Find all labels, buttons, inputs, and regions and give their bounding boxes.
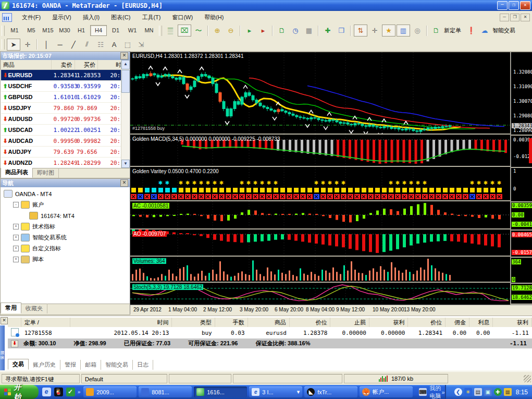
- navigator-header[interactable]: 导航 ✕: [1, 179, 130, 187]
- close-button[interactable]: ✕: [520, 1, 530, 10]
- terminal-column-4[interactable]: 手数: [215, 318, 248, 327]
- shield-icon[interactable]: ✓: [66, 388, 75, 396]
- candlestick-chart-icon[interactable]: ⌧: [178, 25, 191, 37]
- fibonacci-icon[interactable]: ☷: [94, 39, 107, 50]
- auto-scroll-icon[interactable]: ▸: [243, 25, 256, 36]
- strategy-tester-icon[interactable]: ◎: [411, 25, 424, 36]
- chart-shift-icon[interactable]: ▸: [257, 25, 269, 36]
- bar-chart-icon[interactable]: 𝄛: [164, 25, 177, 36]
- new-chart-icon[interactable]: 🗋: [276, 25, 288, 36]
- arrows-dropdown-icon[interactable]: ⇲: [135, 39, 147, 50]
- price-scale[interactable]: 1.320801.310901.300701.290801.280901.283…: [511, 52, 532, 304]
- tile-windows-icon[interactable]: ❒: [335, 25, 348, 36]
- terminal-tab-智能交易[interactable]: 智能交易: [101, 360, 133, 370]
- terminal-column-6[interactable]: 价位: [290, 318, 330, 327]
- symbol-row-AUDJPY[interactable]: ⬇AUDJPY79.63979.65620:15: [1, 147, 130, 158]
- menu-item-3[interactable]: 图表(C): [105, 12, 136, 23]
- tray-grid-icon[interactable]: ▦: [504, 388, 512, 396]
- crosshair-icon[interactable]: ✛: [21, 39, 34, 50]
- timeframe-d1-button[interactable]: D1: [108, 26, 123, 35]
- timeframe-mn-button[interactable]: MN: [141, 26, 157, 35]
- nav-item-6[interactable]: +脚本: [1, 254, 130, 265]
- minimize-button[interactable]: ─: [497, 1, 508, 10]
- navigator-tab-收藏夹[interactable]: 收藏夹: [21, 304, 47, 313]
- new-order-icon[interactable]: 🗋: [430, 25, 442, 36]
- terminal-column-0[interactable]: [8, 318, 21, 327]
- tray-chevron-icon[interactable]: ❮: [454, 388, 462, 396]
- terminal-tab-邮箱[interactable]: 邮箱: [81, 360, 101, 370]
- side-ad-strip[interactable]: 腰缘: [0, 325, 5, 370]
- terminal-close-icon[interactable]: ✕: [1, 317, 8, 324]
- menu-item-4[interactable]: 工具(T): [136, 12, 166, 23]
- nav-item-1[interactable]: -账户: [1, 199, 130, 210]
- menu-item-2[interactable]: 插入(I): [77, 12, 105, 23]
- ao-indicator-panel[interactable]: [130, 229, 510, 256]
- timeframe-h1-button[interactable]: H1: [73, 26, 89, 35]
- new-order-label[interactable]: 新定单: [444, 27, 461, 34]
- zoom-in-icon[interactable]: ⊕: [211, 25, 224, 36]
- text-icon[interactable]: A: [108, 39, 120, 50]
- nav-item-0[interactable]: OANDA - MT4: [1, 188, 130, 199]
- scroll-up-icon[interactable]: ▲: [121, 60, 130, 69]
- terminal-tab-日志[interactable]: 日志: [133, 360, 153, 370]
- timeframe-m1-button[interactable]: M1: [7, 26, 22, 35]
- expand-icon[interactable]: +: [13, 224, 19, 229]
- channel-icon[interactable]: ⫽: [81, 39, 93, 50]
- trendline-icon[interactable]: ╱: [67, 39, 80, 50]
- scroll-down-icon[interactable]: ▼: [121, 160, 130, 168]
- menu-item-5[interactable]: 窗口(W): [166, 12, 199, 23]
- menu-item-0[interactable]: 文件(F): [16, 12, 46, 23]
- expert-advisor-icon[interactable]: ☁: [478, 25, 491, 36]
- terminal-column-3[interactable]: 类型: [172, 318, 215, 327]
- task-button-0[interactable]: 2009...: [83, 386, 137, 397]
- symbol-row-USDJPY[interactable]: ⬇USDJPY79.86079.86920:15: [1, 103, 130, 114]
- column-header-2[interactable]: 买价: [75, 60, 98, 70]
- main-price-chart[interactable]: [130, 52, 510, 134]
- timeframe-h4-button[interactable]: H4: [90, 25, 107, 36]
- qq-icon[interactable]: 🐧: [54, 388, 63, 396]
- data-window-toggle-icon[interactable]: ✛: [368, 25, 381, 36]
- order-row[interactable]: 127815582012.05.14 20:13buy0.03eurusd1.2…: [8, 328, 532, 338]
- symbol-row-USDCAD[interactable]: ⬆USDCAD1.002221.0025120:15: [1, 125, 130, 136]
- cursor-icon[interactable]: ➤: [7, 39, 20, 51]
- tray-keyboard-icon[interactable]: ▤: [474, 388, 482, 396]
- vertical-line-icon[interactable]: │: [40, 39, 53, 50]
- terminal-column-2[interactable]: 时间: [70, 318, 172, 327]
- task-button-3[interactable]: e3 I...▾: [249, 386, 302, 397]
- resize-grip[interactable]: [524, 375, 531, 382]
- menu-item-1[interactable]: 显示(V): [46, 12, 77, 23]
- periods-icon[interactable]: ◷: [289, 25, 302, 36]
- terminal-column-9[interactable]: 价位: [408, 318, 446, 327]
- symbol-row-GBPUSD[interactable]: ⬆GBPUSD1.610101.6102920:13: [1, 92, 130, 103]
- terminal-column-12[interactable]: 获利: [493, 318, 532, 327]
- column-header-0[interactable]: 商品: [1, 60, 52, 70]
- symbol-row-EURUSD[interactable]: ⬇EURUSD1.283411.2835320:15: [1, 70, 130, 81]
- volumes-indicator-panel[interactable]: [130, 257, 510, 282]
- child-restore-button[interactable]: ❐: [510, 14, 519, 21]
- child-close-button[interactable]: ✕: [521, 14, 530, 21]
- expand-icon[interactable]: +: [13, 257, 19, 262]
- task-button-2[interactable]: 1616...: [194, 386, 247, 397]
- expand-icon[interactable]: +: [13, 246, 19, 251]
- task-button-1[interactable]: 8081...: [139, 386, 192, 397]
- market-watch-scrollbar[interactable]: ▲ ▼: [121, 60, 130, 168]
- market-watch-header[interactable]: 市场报价: 20:15:07 ✕: [1, 52, 130, 60]
- navigator-toggle-icon[interactable]: ★: [382, 25, 395, 37]
- important-warning-icon[interactable]: ❗: [465, 25, 477, 36]
- timeframe-m15-button[interactable]: M15: [40, 26, 56, 35]
- restore-button[interactable]: ❐: [509, 1, 519, 10]
- status-profile[interactable]: Default: [81, 374, 167, 383]
- quick-launch-overflow-icon[interactable]: »: [78, 389, 81, 395]
- scroll-thumb[interactable]: [121, 70, 130, 93]
- my-computer-toolbar[interactable]: ⌨我的电脑 »: [419, 384, 444, 399]
- timeframe-w1-button[interactable]: W1: [125, 26, 140, 35]
- terminal-column-8[interactable]: 获利: [369, 318, 409, 327]
- timeframe-m30-button[interactable]: M30: [57, 26, 72, 35]
- symbol-row-AUDCAD[interactable]: ⬇AUDCAD0.999500.9998220:15: [1, 136, 130, 147]
- market-watch-toggle-icon[interactable]: ⇅: [354, 25, 367, 37]
- horizontal-line-icon[interactable]: ─: [54, 39, 66, 50]
- nav-item-4[interactable]: +智能交易系统: [1, 232, 130, 243]
- terminal-column-5[interactable]: 商品: [248, 318, 290, 327]
- ac-indicator-panel[interactable]: [130, 201, 510, 228]
- profiles-icon[interactable]: ✚: [321, 25, 334, 36]
